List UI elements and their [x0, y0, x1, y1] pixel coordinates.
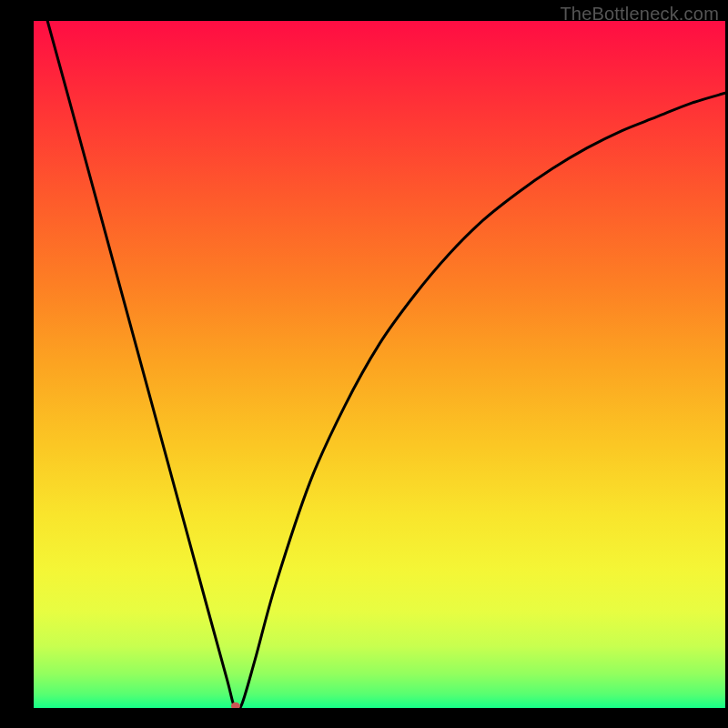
- chart-container: TheBottleneck.com: [0, 0, 728, 728]
- curve-svg: [34, 21, 725, 708]
- watermark-text: TheBottleneck.com: [560, 4, 719, 25]
- bottleneck-curve-path: [47, 21, 725, 708]
- plot-area: [34, 21, 725, 708]
